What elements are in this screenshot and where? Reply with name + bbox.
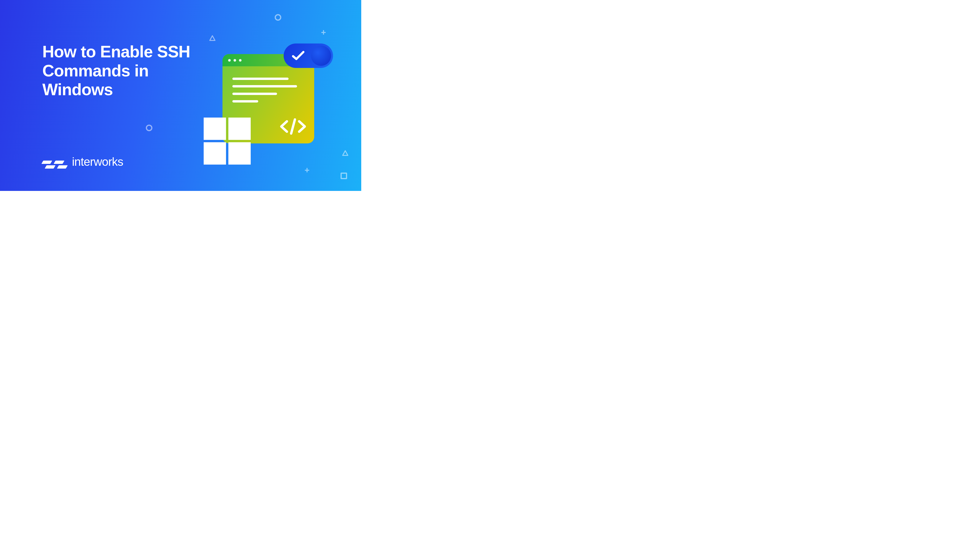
decoration-plus-icon: + (305, 166, 310, 175)
terminal-line-icon (232, 85, 297, 88)
brand-glyph-icon (42, 161, 67, 169)
window-dot-icon (239, 59, 242, 62)
windows-tile-icon (204, 118, 226, 140)
illustration-cluster (204, 47, 321, 155)
brand-name: interworks (72, 155, 123, 169)
windows-tile-icon (228, 142, 251, 165)
check-icon (285, 51, 311, 61)
svg-line-2 (291, 119, 295, 134)
decoration-plus-icon: + (321, 28, 326, 37)
windows-logo-icon (204, 118, 251, 165)
brand-logo: interworks (42, 155, 123, 169)
decoration-square-icon (340, 173, 347, 179)
decoration-triangle-icon (209, 35, 215, 42)
windows-tile-icon (204, 142, 226, 165)
toggle-switch-icon (284, 43, 333, 68)
windows-tile-icon (228, 118, 251, 140)
terminal-line-icon (232, 92, 277, 95)
terminal-body (223, 66, 314, 102)
decoration-circle-icon (146, 125, 153, 131)
window-dot-icon (228, 59, 231, 62)
page-title: How to Enable SSH Commands in Windows (42, 42, 207, 99)
decoration-circle-icon (275, 14, 281, 21)
terminal-line-icon (232, 100, 258, 102)
window-dot-icon (234, 59, 236, 62)
hero-banner: How to Enable SSH Commands in Windows in… (0, 0, 361, 191)
decoration-triangle-icon (342, 150, 348, 157)
svg-marker-0 (210, 36, 215, 40)
terminal-line-icon (232, 78, 289, 80)
toggle-knob-icon (311, 46, 331, 66)
svg-marker-1 (343, 151, 348, 155)
code-brackets-icon (279, 117, 307, 137)
